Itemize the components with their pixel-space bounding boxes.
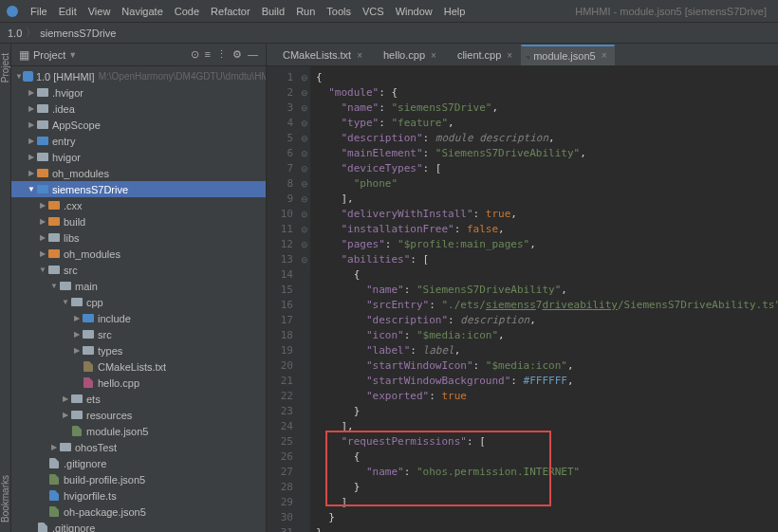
menu-help[interactable]: Help xyxy=(438,6,472,17)
code-line[interactable]: ], xyxy=(316,419,778,434)
code-line[interactable]: ], xyxy=(316,192,778,207)
tree-item-cpp[interactable]: ▼cpp xyxy=(11,294,266,310)
tree-item-hvigorfile-ts[interactable]: hvigorfile.ts xyxy=(11,487,266,504)
menu-tools[interactable]: Tools xyxy=(321,6,357,17)
code-line[interactable]: } xyxy=(316,404,778,419)
code-line[interactable]: ] xyxy=(316,495,778,510)
tree-item-types[interactable]: ▶types xyxy=(11,342,266,358)
chevron-icon[interactable]: ▼ xyxy=(38,266,47,274)
menu-window[interactable]: Window xyxy=(390,6,438,17)
tree-item--gitignore[interactable]: .gitignore xyxy=(11,455,266,471)
close-icon[interactable]: × xyxy=(602,50,607,61)
menu-run[interactable]: Run xyxy=(290,6,321,17)
chevron-icon[interactable]: ▶ xyxy=(27,137,36,145)
tree-item--hvigor[interactable]: ▶.hvigor xyxy=(11,84,266,101)
chevron-icon[interactable]: ▶ xyxy=(72,346,82,355)
menu-navigate[interactable]: Navigate xyxy=(116,6,168,17)
tree-item-hvigor[interactable]: ▶hvigor xyxy=(11,149,266,165)
code-line[interactable]: "type": "feature", xyxy=(316,116,778,131)
code-line[interactable]: "pages": "$profile:main_pages", xyxy=(316,237,778,252)
tree-item-ets[interactable]: ▶ets xyxy=(11,391,266,407)
chevron-icon[interactable]: ▶ xyxy=(61,394,70,403)
menu-build[interactable]: Build xyxy=(256,6,290,17)
chevron-icon[interactable]: ▶ xyxy=(27,104,36,113)
tree-item-cmakelists-txt[interactable]: CMakeLists.txt xyxy=(11,358,266,375)
menu-view[interactable]: View xyxy=(83,6,117,17)
chevron-icon[interactable]: ▼ xyxy=(27,185,36,193)
code-line[interactable]: "abilities": [ xyxy=(316,252,778,267)
code-line[interactable]: "requestPermissions": [ xyxy=(316,434,778,449)
code-line[interactable]: "icon": "$media:icon", xyxy=(316,328,778,343)
select-opened-file-icon[interactable]: ⊙ xyxy=(191,48,199,61)
code-line[interactable]: { xyxy=(316,70,778,85)
project-tree[interactable]: ▼1.0 [HMHMI]M:\OpenHarmony\DM4GDTU\dmdtu… xyxy=(11,66,266,532)
tab-module-json5[interactable]: module.json5× xyxy=(521,45,615,65)
chevron-icon[interactable]: ▶ xyxy=(61,411,70,419)
code-body[interactable]: { "module": { "name": "siemensS7Drive", … xyxy=(310,66,778,532)
code-line[interactable]: "startWindowIcon": "$media:icon", xyxy=(316,358,778,374)
tree-item-resources[interactable]: ▶resources xyxy=(11,407,266,423)
chevron-icon[interactable]: ▶ xyxy=(72,314,82,322)
code-line[interactable]: } xyxy=(316,510,778,525)
code-line[interactable]: "installationFree": false, xyxy=(316,222,778,237)
close-icon[interactable]: × xyxy=(357,50,362,61)
tree-item-appscope[interactable]: ▶AppScope xyxy=(11,117,266,133)
code-line[interactable]: "srcEntry": "./ets/siemenss7driveability… xyxy=(316,298,778,313)
project-tool-label[interactable]: Project xyxy=(0,53,10,83)
tree-item-libs[interactable]: ▶libs xyxy=(11,229,266,246)
gear-icon[interactable]: ⚙ xyxy=(232,48,242,61)
chevron-icon[interactable]: ▶ xyxy=(38,249,47,258)
project-panel-title[interactable]: Project xyxy=(33,49,65,61)
tree-item-1-0--hmhmi-[interactable]: ▼1.0 [HMHMI]M:\OpenHarmony\DM4GDTU\dmdtu… xyxy=(11,68,266,84)
code-line[interactable]: { xyxy=(316,449,778,465)
code-line[interactable]: { xyxy=(316,267,778,283)
code-line[interactable]: "description": description, xyxy=(316,313,778,328)
menu-vcs[interactable]: VCS xyxy=(357,6,390,17)
collapse-all-icon[interactable]: ⋮ xyxy=(216,48,227,61)
chevron-icon[interactable]: ▶ xyxy=(27,153,36,161)
tree-item--cxx[interactable]: ▶.cxx xyxy=(11,197,266,213)
chevron-icon[interactable]: ▶ xyxy=(72,330,82,339)
code-line[interactable]: "description": module description, xyxy=(316,131,778,146)
chevron-icon[interactable]: ▶ xyxy=(27,88,36,97)
tree-item--gitignore[interactable]: .gitignore xyxy=(11,520,266,532)
tree-item-build-profile-json5[interactable]: build-profile.json5 xyxy=(11,471,266,487)
code-line[interactable]: "name": "ohos.permission.INTERNET" xyxy=(316,465,778,480)
code-line[interactable]: "deliveryWithInstall": true, xyxy=(316,207,778,222)
code-line[interactable]: "name": "siemensS7Drive", xyxy=(316,101,778,116)
tree-item-src[interactable]: ▶src xyxy=(11,326,266,342)
chevron-icon[interactable]: ▼ xyxy=(49,282,59,290)
close-icon[interactable]: × xyxy=(431,50,436,61)
code-line[interactable]: "exported": true xyxy=(316,389,778,404)
expand-all-icon[interactable]: ≡ xyxy=(205,48,211,61)
menu-edit[interactable]: Edit xyxy=(53,6,83,17)
tree-item-siemenss7drive[interactable]: ▼siemensS7Drive xyxy=(11,181,266,197)
code-line[interactable]: "phone" xyxy=(316,176,778,192)
chevron-icon[interactable]: ▼ xyxy=(61,298,70,306)
breadcrumb-item[interactable]: siemensS7Drive xyxy=(40,28,116,39)
fold-gutter[interactable]: ⊖⊖⊖⊖⊖⊝⊝⊖⊖⊝⊝⊝⊝ xyxy=(299,66,310,532)
chevron-down-icon[interactable]: ▼ xyxy=(68,50,77,60)
chevron-icon[interactable]: ▶ xyxy=(49,443,59,451)
code-line[interactable]: } xyxy=(316,525,778,532)
code-line[interactable]: "module": { xyxy=(316,85,778,101)
tree-item-src[interactable]: ▼src xyxy=(11,262,266,278)
tree-item-oh-package-json5[interactable]: oh-package.json5 xyxy=(11,504,266,520)
code-line[interactable]: "name": "SiemensS7DriveAbility", xyxy=(316,283,778,298)
chevron-icon[interactable]: ▶ xyxy=(38,233,47,242)
menu-refactor[interactable]: Refactor xyxy=(205,6,256,17)
tree-item-oh-modules[interactable]: ▶oh_modules xyxy=(11,246,266,262)
tree-item-ohostest[interactable]: ▶ohosTest xyxy=(11,439,266,455)
tree-item-build[interactable]: ▶build xyxy=(11,213,266,229)
tab-client-cpp[interactable]: client.cpp× xyxy=(445,45,521,65)
breadcrumb-item[interactable]: 1.0 xyxy=(8,28,22,39)
tree-item-entry[interactable]: ▶entry xyxy=(11,133,266,149)
chevron-icon[interactable]: ▶ xyxy=(38,217,47,226)
chevron-icon[interactable]: ▶ xyxy=(38,201,47,210)
code-line[interactable]: "mainElement": "SiemensS7DriveAbility", xyxy=(316,146,778,161)
close-icon[interactable]: × xyxy=(507,50,512,61)
code-line[interactable]: } xyxy=(316,480,778,495)
hide-icon[interactable]: — xyxy=(248,48,258,61)
code-editor[interactable]: 1234567891011121314151617181920212223242… xyxy=(267,66,778,532)
code-line[interactable]: "label": label, xyxy=(316,343,778,358)
